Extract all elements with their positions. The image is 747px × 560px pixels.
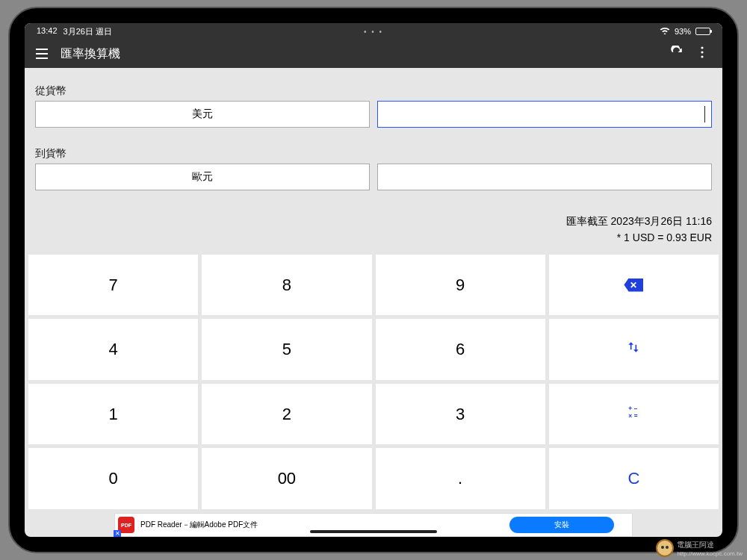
watermark-face-icon [656,539,674,557]
key-operators[interactable]: +−×= [549,384,719,445]
keypad: 7 8 9 ✕ 4 5 6 1 2 3 +−× [25,251,722,513]
rate-info: 匯率截至 2023年3月26日 11:16 * 1 USD = 0.93 EUR [25,213,722,251]
ad-banner[interactable]: ✕ PDF PDF Reader－編輯Adobe PDF文件 安裝 [114,513,633,537]
key-00[interactable]: 00 [202,448,371,509]
content: 從貨幣 美元 到貨幣 歐元 匯率截至 2023年3月26日 11:16 * 1 … [25,68,722,537]
watermark-brand: 電腦王阿達 [677,540,743,550]
rate-asof: 匯率截至 2023年3月26日 11:16 [25,213,712,229]
from-currency-select[interactable]: 美元 [35,101,370,128]
refresh-icon [670,46,684,59]
key-dot[interactable]: . [376,448,545,509]
backspace-icon: ✕ [624,279,643,292]
from-amount-input[interactable] [377,101,712,128]
app-title: 匯率換算機 [61,46,664,62]
watermark-url: http://www.kocpc.com.tw [677,550,743,557]
key-6[interactable]: 6 [376,319,545,380]
status-date: 3月26日 週日 [63,26,112,37]
key-9[interactable]: 9 [376,255,545,316]
svg-point-2 [701,55,703,57]
more-vert-icon [701,46,704,58]
rate-equation: * 1 USD = 0.93 EUR [25,229,712,246]
to-label: 到貨幣 [35,147,712,161]
refresh-button[interactable] [664,46,689,63]
operators-icon: +−×= [626,405,641,424]
watermark: 電腦王阿達 http://www.kocpc.com.tw [656,539,743,557]
ad-close-icon[interactable]: ✕ [114,530,121,537]
tablet-frame: 13:42 3月26日 週日 • • • 93% 匯率換算機 [8,7,739,553]
battery-percent: 93% [675,27,691,36]
key-8[interactable]: 8 [202,255,371,316]
swap-icon [626,340,641,359]
key-7[interactable]: 7 [28,255,198,316]
svg-text:×: × [629,411,633,419]
form-area: 從貨幣 美元 到貨幣 歐元 [25,68,722,213]
home-indicator[interactable] [310,530,437,533]
status-right: 93% [660,26,710,37]
key-0[interactable]: 0 [28,448,198,509]
ad-install-button[interactable]: 安裝 [509,517,614,533]
svg-point-0 [701,46,703,49]
key-swap[interactable] [549,319,719,380]
to-currency-select[interactable]: 歐元 [35,164,370,190]
svg-point-1 [701,51,703,53]
menu-icon[interactable] [32,44,52,63]
key-1[interactable]: 1 [28,384,198,445]
status-time: 13:42 [37,26,58,37]
more-button[interactable] [689,46,715,62]
key-5[interactable]: 5 [202,319,371,380]
key-clear[interactable]: C [549,448,719,509]
wifi-icon [660,26,670,37]
battery-icon [695,28,710,35]
key-backspace[interactable]: ✕ [549,255,719,316]
status-bar: 13:42 3月26日 週日 • • • 93% [25,23,722,40]
svg-text:=: = [634,411,638,419]
key-3[interactable]: 3 [376,384,545,445]
multitask-dots[interactable]: • • • [364,28,383,36]
key-2[interactable]: 2 [202,384,371,445]
from-label: 從貨幣 [35,84,712,98]
status-left: 13:42 3月26日 週日 [37,26,112,37]
key-4[interactable]: 4 [28,319,198,380]
to-amount-input[interactable] [377,164,712,190]
screen: 13:42 3月26日 週日 • • • 93% 匯率換算機 [25,23,722,537]
ad-text: PDF Reader－編輯Adobe PDF文件 [140,520,509,530]
app-bar: 匯率換算機 [25,40,722,68]
